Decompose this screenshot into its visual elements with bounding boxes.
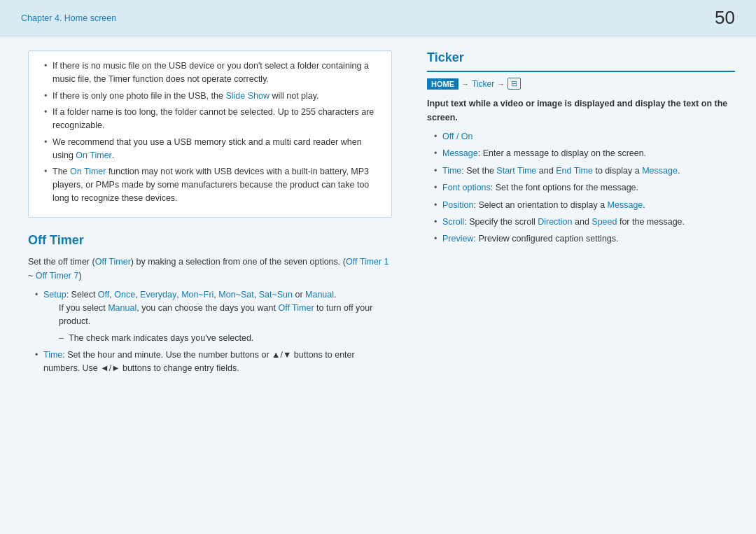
info-item-3: If a folder name is too long, the folder…: [43, 106, 380, 132]
info-item-1: If there is no music file on the USB dev…: [43, 59, 380, 86]
breadcrumb-ticker: Ticker: [472, 79, 494, 89]
ticker-list: Off / On Message: Enter a message to dis…: [433, 130, 735, 246]
page-number: 50: [715, 7, 735, 29]
off-timer-intro: Set the off timer (Off Timer) by making …: [28, 255, 392, 283]
setup-label: Setup: [43, 290, 66, 300]
info-list: If there is no music file on the USB dev…: [43, 59, 380, 205]
setup-off: Off: [98, 290, 109, 300]
ticker-scroll-label: Scroll: [442, 217, 464, 227]
setup-once: Once: [114, 290, 135, 300]
ticker-off-on: Off / On: [442, 132, 473, 141]
setup-monsat: Mon~Sat: [218, 290, 253, 300]
info-item-2: If there is only one photo file in the U…: [43, 90, 380, 103]
setup-monfri: Mon~Fri: [181, 290, 214, 300]
info-item-4: We recommend that you use a USB memory s…: [43, 136, 380, 162]
right-column: Ticker HOME → Ticker → ⊟ Input text whil…: [413, 50, 735, 520]
off-timer-setup-item: Setup: Select Off, Once, Everyday, Mon~F…: [34, 288, 392, 346]
ticker-item-time: Time: Set the Start Time and End Time to…: [433, 164, 735, 178]
info-box: If there is no music file on the USB dev…: [28, 50, 392, 218]
setup-manual-text: If you select Manual, you can choose the…: [59, 302, 392, 329]
message-link-position: Message: [608, 200, 643, 210]
breadcrumb-arrow-1: →: [461, 80, 469, 88]
ticker-item-message: Message: Enter a message to display on t…: [433, 147, 735, 160]
start-time-link: Start Time: [496, 166, 536, 176]
off-timer-list: Setup: Select Off, Once, Everyday, Mon~F…: [34, 288, 392, 376]
ticker-title: Ticker: [427, 50, 735, 72]
on-timer-link-4: On Timer: [76, 150, 111, 160]
left-column: If there is no music file on the USB dev…: [28, 50, 413, 520]
content-area: If there is no music file on the USB dev…: [0, 36, 756, 534]
off-timer-title: Off Timer: [28, 233, 392, 248]
ticker-item-font: Font options: Set the font options for t…: [433, 181, 735, 195]
ticker-time-label: Time: [442, 166, 461, 176]
time-label: Time: [43, 350, 62, 360]
check-mark-item: The check mark indicates days you've sel…: [56, 332, 392, 345]
off-timer-1-link: Off Timer 1: [346, 257, 389, 267]
setup-sub-list: The check mark indicates days you've sel…: [56, 332, 392, 345]
page-container: Chapter 4. Home screen 50 If there is no…: [0, 0, 756, 534]
off-timer-link-intro: Off Timer: [95, 257, 131, 267]
ticker-item-scroll: Scroll: Specify the scroll Direction and…: [433, 216, 735, 229]
off-timer-section: Off Timer Set the off timer (Off Timer) …: [28, 233, 392, 376]
on-timer-link-5: On Timer: [70, 167, 106, 176]
off-timer-time-item: Time: Set the hour and minute. Use the n…: [34, 349, 392, 376]
ticker-intro: Input text while a video or image is dis…: [427, 97, 735, 125]
ticker-item-preview: Preview: Preview configured caption sett…: [433, 232, 735, 246]
info-item-5: The On Timer function may not work with …: [43, 165, 380, 204]
page-header: Chapter 4. Home screen 50: [0, 0, 756, 36]
breadcrumb-home: HOME: [427, 78, 458, 90]
direction-link: Direction: [538, 217, 572, 227]
breadcrumb: HOME → Ticker → ⊟: [427, 78, 735, 90]
chapter-label: Chapter 4. Home screen: [21, 13, 116, 23]
ticker-font-label: Font options: [442, 183, 491, 192]
setup-manual: Manual: [305, 290, 334, 300]
ticker-message-label: Message: [442, 148, 478, 158]
ticker-section: Ticker HOME → Ticker → ⊟ Input text whil…: [427, 50, 735, 246]
ticker-preview-label: Preview: [442, 234, 473, 244]
manual-link: Manual: [108, 303, 136, 313]
off-timer-7-link: Off Timer 7: [36, 271, 79, 281]
setup-everyday: Everyday: [140, 290, 176, 300]
off-timer-link-manual: Off Timer: [278, 303, 314, 313]
ticker-item-off-on: Off / On: [433, 130, 735, 143]
breadcrumb-arrow-2: →: [497, 80, 505, 88]
ticker-position-label: Position: [442, 200, 473, 210]
slide-show-link: Slide Show: [225, 91, 270, 101]
message-link-time: Message: [642, 166, 678, 176]
ticker-item-position: Position: Select an orientation to displ…: [433, 199, 735, 212]
setup-satsun: Sat~Sun: [259, 290, 293, 300]
speed-link: Speed: [592, 217, 617, 227]
end-time-link: End Time: [556, 166, 593, 176]
breadcrumb-icon: ⊟: [507, 78, 521, 90]
